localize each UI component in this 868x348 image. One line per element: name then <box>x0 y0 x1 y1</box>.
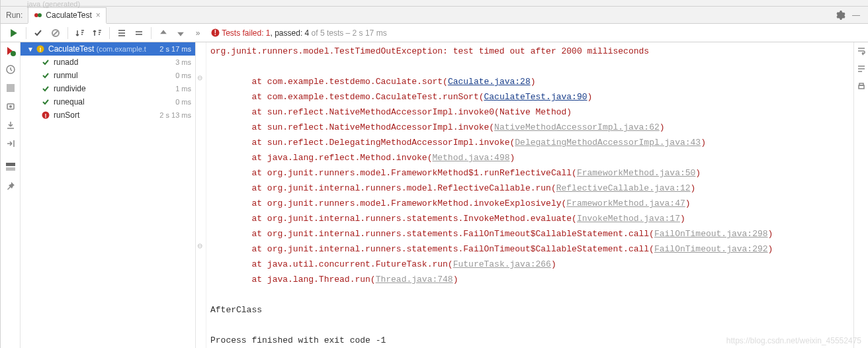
tree-item[interactable]: runmul0 ms <box>21 69 195 82</box>
stack-link[interactable]: FailOnTimeout.java:292 <box>654 244 768 254</box>
tree-item-dur: 3 ms <box>175 58 191 66</box>
fail-icon: ! <box>35 45 46 53</box>
expand-arrow-icon[interactable]: ▼ <box>27 46 35 53</box>
next-failure-button[interactable] <box>173 25 189 41</box>
status-dur: – 2 s 17 ms <box>343 28 386 38</box>
close-tab-icon[interactable]: × <box>96 11 101 20</box>
pass-icon <box>40 71 51 79</box>
fold-marker-icon[interactable]: ⊖ <box>197 242 202 249</box>
stack-link[interactable]: Caculate.java:28 <box>448 77 531 87</box>
tree-item-name: runequal <box>54 97 173 107</box>
test-tree[interactable]: ▼ ! CaculateTest (com.example.t 2 s 17 m… <box>21 42 196 348</box>
run-label: Run: <box>6 11 22 20</box>
arrow-down-icon <box>177 29 185 37</box>
sort-button[interactable] <box>72 25 88 41</box>
svg-point-9 <box>9 105 12 108</box>
stop-button[interactable] <box>5 82 17 94</box>
fold-gutter: ⊖ ⊖ <box>196 42 206 348</box>
svg-rect-7 <box>7 84 15 92</box>
expand-all-button[interactable] <box>114 25 130 41</box>
stack-link[interactable]: Thread.java:748 <box>376 275 453 284</box>
tree-root-dur: 2 s 17 ms <box>159 45 191 53</box>
tree-root-name: CaculateTest (com.example.t <box>48 44 157 54</box>
breadcrumb-text: java (generated) <box>27 0 80 8</box>
stack-link[interactable]: Method.java:498 <box>432 153 509 163</box>
stack-link[interactable]: FrameworkMethod.java:47 <box>566 198 685 208</box>
stack-link[interactable]: CaculateTest.java:90 <box>484 92 587 102</box>
run-tabbar: Run: CaculateTest × — <box>1 7 868 24</box>
print-button[interactable] <box>857 82 866 93</box>
tree-item-name: runmul <box>54 71 173 80</box>
pass-icon <box>40 58 51 66</box>
svg-text:!: ! <box>45 112 47 119</box>
settings-button[interactable] <box>832 7 848 23</box>
tree-item[interactable]: runadd3 ms <box>21 56 195 69</box>
pin-button[interactable] <box>5 180 17 192</box>
layout-button[interactable] <box>5 161 17 173</box>
stack-link[interactable]: FailOnTimeout.java:298 <box>654 229 768 239</box>
console-output[interactable]: org.junit.runners.model.TestTimedOutExce… <box>206 42 853 348</box>
run-toolbar: » ! Tests failed: 1, passed: 4 of 5 test… <box>1 24 868 42</box>
sort-time-icon <box>93 28 102 38</box>
tree-item[interactable]: !runSort2 s 13 ms <box>21 109 195 122</box>
status-failed: 1 <box>266 28 271 38</box>
pass-icon <box>40 98 51 106</box>
separator <box>26 27 26 39</box>
import-button[interactable] <box>5 119 17 131</box>
svg-point-6 <box>11 51 16 56</box>
more-button[interactable]: » <box>190 25 206 41</box>
tree-root[interactable]: ▼ ! CaculateTest (com.example.t 2 s 17 m… <box>21 42 195 56</box>
test-status: ! Tests failed: 1, passed: 4 of 5 tests … <box>211 28 387 38</box>
show-passed-toggle[interactable] <box>30 25 46 41</box>
svg-point-1 <box>38 13 42 17</box>
prev-failure-button[interactable] <box>155 25 171 41</box>
svg-rect-11 <box>6 167 15 171</box>
svg-text:!: ! <box>40 46 42 53</box>
stack-link[interactable]: FutureTask.java:266 <box>453 259 551 269</box>
dump-button[interactable] <box>5 101 17 112</box>
tree-item-dur: 2 s 13 ms <box>159 111 191 119</box>
status-passed-prefix: , passed: <box>271 28 305 38</box>
tab-title: CaculateTest <box>46 11 91 20</box>
left-gutter <box>1 42 21 348</box>
collapse-all-button[interactable] <box>131 25 147 41</box>
gear-icon <box>835 10 846 21</box>
fold-marker-icon[interactable]: ⊖ <box>197 74 202 81</box>
tree-item[interactable]: rundivide1 ms <box>21 82 195 95</box>
rerun-button[interactable] <box>6 25 22 41</box>
tree-item-dur: 0 ms <box>175 71 191 79</box>
stack-link[interactable]: ReflectiveCallable.java:12 <box>556 183 691 193</box>
show-ignored-toggle[interactable] <box>48 25 64 41</box>
error-icon: ! <box>211 28 220 37</box>
svg-rect-17 <box>859 83 863 85</box>
separator <box>67 27 68 39</box>
status-prefix: Tests failed: <box>222 28 266 38</box>
export-button[interactable] <box>5 138 17 150</box>
soft-wrap-button[interactable] <box>857 46 866 58</box>
test-config-icon <box>34 11 43 20</box>
stack-link[interactable]: NativeMethodAccessorImpl.java:62 <box>494 122 660 132</box>
run-config-tab[interactable]: CaculateTest × <box>28 7 106 24</box>
stack-link[interactable]: InvokeMethod.java:17 <box>577 214 680 224</box>
pass-icon <box>40 85 51 93</box>
breadcrumb-bar: java (generated) <box>1 0 868 7</box>
tree-item[interactable]: runequal0 ms <box>21 95 195 109</box>
svg-line-3 <box>53 30 58 36</box>
right-gutter <box>853 42 868 348</box>
collapse-icon <box>134 28 144 38</box>
status-of: of 5 tests <box>309 28 343 38</box>
stack-link[interactable]: DelegatingMethodAccessorImpl.java:43 <box>515 138 701 148</box>
stack-link[interactable]: FrameworkMethod.java:50 <box>577 168 695 178</box>
fail-icon: ! <box>40 111 51 119</box>
hide-button[interactable]: — <box>848 7 864 23</box>
scroll-to-end-button[interactable] <box>857 64 866 75</box>
arrow-up-icon <box>159 29 167 37</box>
sort-icon <box>75 28 85 38</box>
toggle-auto-test-button[interactable] <box>5 64 17 75</box>
rerun-failed-button[interactable] <box>5 45 17 57</box>
ignore-icon <box>51 28 60 38</box>
sort-time-button[interactable] <box>89 25 105 41</box>
svg-text:!: ! <box>214 29 216 36</box>
tree-item-dur: 1 ms <box>175 85 191 93</box>
body: ▼ ! CaculateTest (com.example.t 2 s 17 m… <box>1 42 868 348</box>
